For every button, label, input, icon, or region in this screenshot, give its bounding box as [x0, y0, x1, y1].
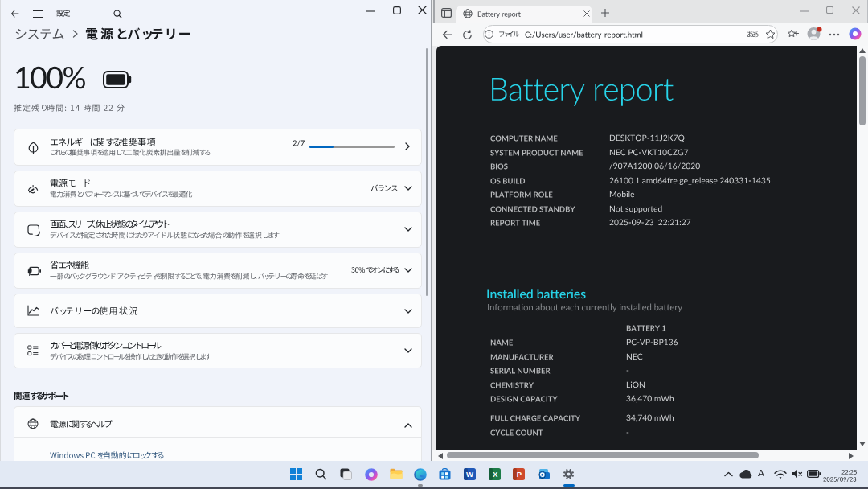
svg-text:X: X — [493, 470, 498, 479]
svg-text:W: W — [466, 470, 473, 479]
svg-text:P: P — [517, 470, 522, 479]
